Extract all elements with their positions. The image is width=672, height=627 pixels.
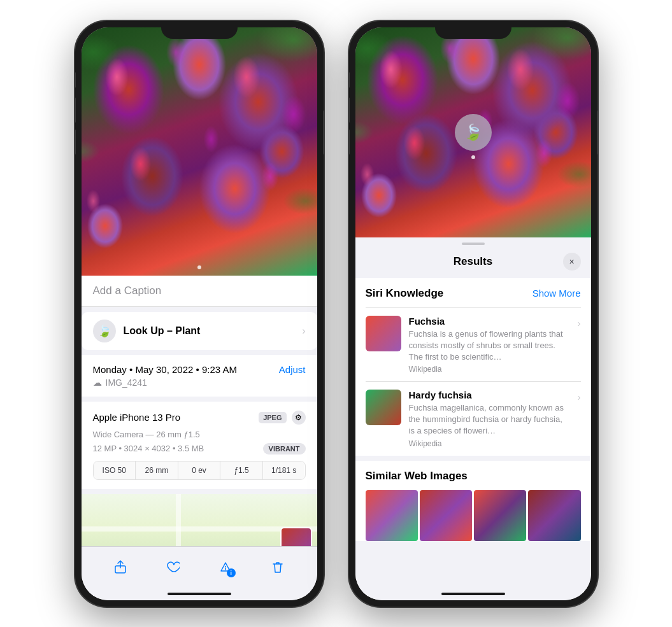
adjust-button[interactable]: Adjust [279, 364, 306, 375]
exif-focal: 26 mm [136, 461, 178, 479]
silent-switch-2 [349, 72, 350, 88]
fuchsia-content: Fuchsia Fuchsia is a genus of flowering … [409, 316, 570, 374]
hardy-fuchsia-thumbnail [366, 390, 401, 425]
vol-up-button [75, 97, 76, 123]
drag-handle[interactable] [355, 237, 591, 248]
photo-page-indicator [197, 265, 201, 269]
lookup-icon: 🍃 [93, 320, 116, 342]
similar-image-4[interactable] [528, 490, 580, 541]
map-background [82, 494, 317, 546]
home-indicator-2 [441, 593, 505, 595]
lookup-label: Look Up – Plant [124, 325, 201, 337]
hardy-fuchsia-desc: Fuchsia magellanica, commonly known as t… [409, 402, 570, 437]
photo-display[interactable] [82, 27, 317, 276]
exif-ev: 0 ev [178, 461, 221, 479]
info-badge: i [227, 568, 236, 577]
map-section[interactable] [82, 494, 317, 546]
results-title: Results [383, 255, 563, 268]
photo-display-2[interactable]: 🍃 [355, 27, 591, 237]
similar-section-title: Similar Web Images [366, 470, 581, 483]
svg-point-1 [225, 566, 226, 567]
favorite-button[interactable] [161, 556, 184, 579]
camera-badges: JPEG ⚙ [259, 411, 305, 425]
lookup-dot [471, 155, 475, 159]
home-bar-2 [355, 588, 591, 600]
map-road-vertical [176, 494, 181, 546]
phone-2: 🍃 Results × Siri Knowledge Show More [349, 21, 597, 607]
silent-switch [75, 72, 76, 88]
delete-button[interactable] [266, 556, 289, 579]
similar-image-1[interactable] [366, 490, 418, 541]
visual-lookup-button[interactable]: 🍃 [455, 114, 492, 151]
knowledge-card-hardy-fuchsia[interactable]: Hardy fuchsia Fuchsia magellanica, commo… [366, 381, 581, 456]
jpeg-badge: JPEG [259, 412, 286, 423]
notch-1 [161, 21, 238, 39]
hardy-fuchsia-name: Hardy fuchsia [409, 390, 570, 400]
exif-aperture: ƒ1.5 [220, 461, 263, 479]
exif-iso: ISO 50 [94, 461, 136, 479]
vibrant-badge: VIBRANT [263, 443, 306, 454]
share-button[interactable] [109, 556, 132, 579]
info-panel: Add a Caption 🍃 Look Up – Plant › Monday… [82, 276, 317, 546]
notch-2 [435, 21, 511, 39]
info-button[interactable]: i [214, 556, 237, 579]
fuchsia-source: Wikipedia [409, 365, 570, 374]
close-results-button[interactable]: × [563, 253, 581, 271]
hardy-fuchsia-chevron-icon: › [578, 392, 581, 402]
home-indicator-1 [168, 593, 231, 595]
similar-image-3[interactable] [474, 490, 526, 541]
lookup-chevron-icon: › [302, 325, 305, 337]
results-panel: Results × Siri Knowledge Show More Fuchs… [355, 237, 591, 588]
caption-placeholder[interactable]: Add a Caption [93, 285, 162, 297]
fuchsia-chevron-icon: › [578, 318, 581, 328]
fuchsia-thumbnail [366, 316, 401, 351]
camera-mp-text: 12 MP • 3024 × 4032 • 3.5 MB [93, 444, 204, 453]
hardy-fuchsia-source: Wikipedia [409, 439, 570, 448]
results-header: Results × [355, 248, 591, 278]
similar-image-2[interactable] [420, 490, 472, 541]
hardy-fuchsia-content: Hardy fuchsia Fuchsia magellanica, commo… [409, 390, 570, 448]
fuchsia-name: Fuchsia [409, 316, 570, 327]
vol-up-button-2 [349, 97, 350, 123]
vol-down-button [75, 129, 76, 155]
photo-toolbar: i [82, 546, 317, 588]
exif-row: ISO 50 26 mm 0 ev ƒ1.5 1/181 s [93, 461, 306, 480]
home-bar-1 [82, 588, 317, 600]
lookup-row[interactable]: 🍃 Look Up – Plant › [82, 312, 317, 350]
camera-model: Apple iPhone 13 Pro [93, 412, 181, 423]
power-button-2 [597, 110, 597, 155]
power-button [323, 110, 324, 155]
flower-photo [82, 27, 317, 276]
phone-1: Add a Caption 🍃 Look Up – Plant › Monday… [75, 21, 324, 607]
knowledge-card-fuchsia[interactable]: Fuchsia Fuchsia is a genus of flowering … [366, 307, 581, 382]
cloud-icon: ☁ [93, 377, 102, 388]
photo-date: Monday • May 30, 2022 • 9:23 AM [93, 364, 237, 375]
caption-area[interactable]: Add a Caption [82, 276, 317, 307]
show-more-button[interactable]: Show More [533, 288, 581, 299]
filename-text: IMG_4241 [106, 377, 147, 388]
camera-settings-icon[interactable]: ⚙ [292, 411, 306, 425]
vol-down-button-2 [349, 129, 350, 155]
similar-images-row [366, 490, 581, 541]
similar-web-section: Similar Web Images [355, 461, 591, 541]
handle-bar [462, 243, 485, 245]
siri-section-title: Siri Knowledge [366, 287, 444, 300]
siri-section-header: Siri Knowledge Show More [366, 287, 581, 300]
phone1-screen: Add a Caption 🍃 Look Up – Plant › Monday… [82, 27, 317, 600]
fuchsia-desc: Fuchsia is a genus of flowering plants t… [409, 328, 570, 363]
leaves-overlay [82, 27, 317, 276]
map-photo-thumbnail [280, 527, 312, 546]
phone2-screen: 🍃 Results × Siri Knowledge Show More [355, 27, 591, 600]
exif-shutter: 1/181 s [263, 461, 305, 479]
meta-section: Monday • May 30, 2022 • 9:23 AM Adjust ☁… [82, 355, 317, 397]
siri-knowledge-section: Siri Knowledge Show More Fuchsia Fuchsia… [355, 278, 591, 456]
close-icon: × [569, 257, 574, 267]
camera-details: Wide Camera — 26 mm ƒ1.5 [93, 430, 306, 439]
camera-section: Apple iPhone 13 Pro JPEG ⚙ Wide Camera —… [82, 402, 317, 489]
